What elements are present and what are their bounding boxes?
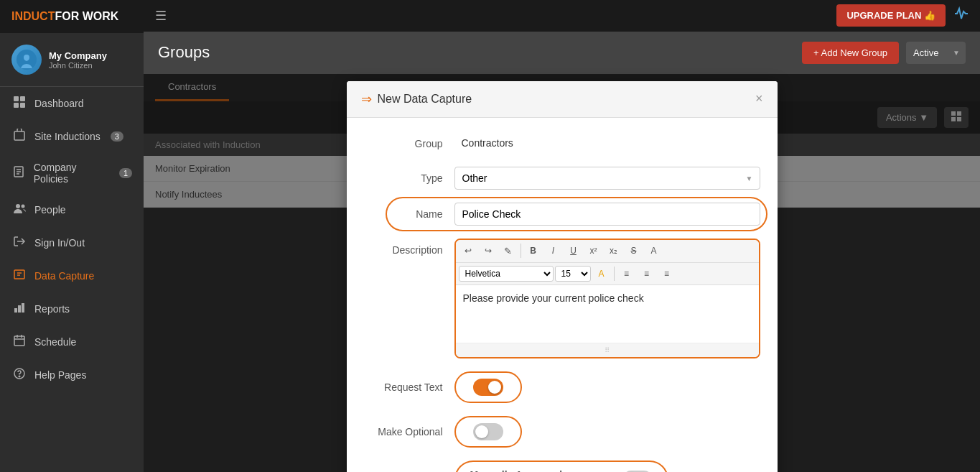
company-policies-icon (11, 165, 27, 181)
rte-footer: ⠿ (456, 343, 759, 357)
sidebar-item-data-capture[interactable]: Data Capture (0, 259, 144, 292)
rte-bold[interactable]: B (524, 243, 543, 259)
company-policies-badge: 1 (119, 168, 132, 178)
page-header: Groups + Add New Group Active Inactive (144, 32, 980, 74)
help-icon (11, 367, 27, 383)
sidebar-label-sign-in-out: Sign In/Out (34, 237, 85, 249)
rte-italic[interactable]: I (544, 243, 563, 259)
modal-new-data-capture: ⇒ New Data Capture × Group Contractors (347, 81, 778, 472)
type-select[interactable]: Other Text Number Date File Upload (454, 167, 760, 190)
rte-toolbar-2: Helvetica Arial Times New Roman 15 12 14… (456, 263, 759, 285)
type-row: Type Other Text Number Date File Upload (364, 167, 760, 190)
active-filter-select[interactable]: Active Inactive (906, 42, 966, 64)
rte-highlight[interactable]: A (592, 266, 611, 282)
sidebar-item-people[interactable]: People (0, 193, 144, 226)
rte-strikethrough[interactable]: S (625, 243, 643, 259)
sidebar-item-reports[interactable]: Reports (0, 292, 144, 325)
logo-text: INDUCTFOR WORK (11, 10, 118, 23)
avatar (11, 45, 42, 75)
site-inductions-badge: 3 (111, 131, 123, 142)
content-area: Contractors Actions ▼ Associated with In… (144, 74, 980, 472)
page-actions: + Add New Group Active Inactive (802, 42, 966, 64)
site-inductions-icon (11, 129, 27, 144)
rte-toolbar: ↩ ↪ ✎ B I U x² x₂ S (456, 240, 759, 263)
description-label: Description (364, 239, 443, 256)
svg-rect-3 (14, 103, 19, 108)
rte-undo[interactable]: ↩ (459, 243, 477, 259)
sidebar-item-dashboard[interactable]: Dashboard (0, 87, 144, 120)
rich-text-editor: ↩ ↪ ✎ B I U x² x₂ S (454, 239, 760, 358)
sidebar-label-dashboard: Dashboard (34, 98, 84, 109)
sidebar-label-reports: Reports (34, 303, 70, 315)
rte-align[interactable]: ≡ (658, 266, 676, 282)
rte-font-size[interactable]: 15 12 14 18 (555, 266, 591, 282)
rte-resize-handle: ⠿ (605, 346, 610, 354)
rte-font-family[interactable]: Helvetica Arial Times New Roman (459, 266, 554, 282)
rte-superscript[interactable]: x² (584, 243, 603, 259)
sidebar-label-site-inductions: Site Inductions (34, 131, 101, 142)
sidebar-item-sign-in-out[interactable]: Sign In/Out (0, 226, 144, 259)
request-text-toggle[interactable] (473, 379, 503, 396)
type-label: Type (364, 167, 443, 184)
make-optional-label: Make Optional (364, 426, 443, 438)
request-text-toggle-highlight (454, 371, 522, 403)
rte-eraser[interactable]: ✎ (499, 243, 518, 259)
rte-body[interactable]: Please provide your current police check (456, 285, 759, 343)
active-filter-wrapper: Active Inactive (906, 42, 966, 64)
reports-icon (11, 301, 27, 317)
sidebar-label-company-policies: Company Policies (34, 162, 109, 185)
sidebar-item-company-policies[interactable]: Company Policies 1 (0, 153, 144, 193)
svg-rect-19 (14, 336, 24, 346)
description-row: Description ↩ ↪ ✎ B I U (364, 239, 760, 358)
menu-icon[interactable]: ☰ (155, 8, 167, 24)
dashboard-icon (11, 96, 27, 111)
modal-title: ⇒ New Data Capture (361, 91, 472, 107)
svg-rect-17 (18, 305, 21, 313)
modal-close-button[interactable]: × (755, 91, 763, 106)
sidebar-item-schedule[interactable]: Schedule (0, 325, 144, 358)
svg-point-10 (16, 204, 20, 208)
svg-point-24 (19, 376, 20, 377)
description-editor-wrapper: ↩ ↪ ✎ B I U x² x₂ S (454, 239, 760, 358)
svg-rect-18 (22, 303, 24, 313)
name-input[interactable] (454, 203, 760, 226)
make-optional-toggle-highlight (454, 416, 522, 448)
svg-rect-13 (14, 270, 24, 279)
logo: INDUCTFOR WORK (0, 0, 144, 33)
upgrade-button[interactable]: UPGRADE PLAN 👍 (836, 4, 946, 27)
rte-sep1 (521, 244, 521, 258)
name-row: Name (364, 203, 760, 226)
request-text-slider (473, 379, 503, 396)
request-text-label: Request Text (364, 381, 443, 393)
name-field-wrapper (454, 203, 760, 226)
modal-body: Group Contractors Type Other Text Numb (347, 118, 778, 472)
topbar: ☰ UPGRADE PLAN 👍 (144, 0, 980, 32)
manually-approved-label: Manually Approved (470, 469, 613, 472)
type-select-wrapper: Other Text Number Date File Upload (454, 167, 760, 190)
company-name: My Company (49, 50, 107, 61)
manually-approved-highlight: Manually Approved Certificates is not se… (454, 461, 669, 472)
nav-icon-button[interactable] (954, 6, 969, 24)
manually-approved-row: Manually Approved Certificates is not se… (364, 461, 760, 472)
rte-redo[interactable]: ↪ (479, 243, 498, 259)
rte-list-unordered[interactable]: ≡ (617, 266, 636, 282)
make-optional-toggle[interactable] (473, 423, 503, 440)
rte-list-ordered[interactable]: ≡ (638, 266, 656, 282)
rte-underline[interactable]: U (564, 243, 583, 259)
sidebar-item-site-inductions[interactable]: Site Inductions 3 (0, 120, 144, 153)
manually-approved-text: Manually Approved Certificates is not se… (470, 469, 613, 472)
add-group-button[interactable]: + Add New Group (802, 42, 899, 64)
sidebar: INDUCTFOR WORK My Company John Citizen D… (0, 0, 144, 472)
sidebar-item-help-pages[interactable]: Help Pages (0, 358, 144, 392)
svg-rect-16 (14, 308, 17, 313)
group-label: Group (364, 132, 443, 149)
svg-point-11 (22, 205, 25, 208)
rte-clear-format[interactable]: A (645, 243, 663, 259)
modal-overlay: ⇒ New Data Capture × Group Contractors (144, 74, 980, 472)
svg-rect-2 (20, 96, 25, 101)
rte-subscript[interactable]: x₂ (605, 243, 623, 259)
modal-header: ⇒ New Data Capture × (347, 81, 778, 118)
sign-in-out-icon (11, 235, 27, 251)
sidebar-label-data-capture: Data Capture (34, 270, 94, 282)
main-content: ☰ UPGRADE PLAN 👍 Groups + Add New Group … (144, 0, 980, 472)
